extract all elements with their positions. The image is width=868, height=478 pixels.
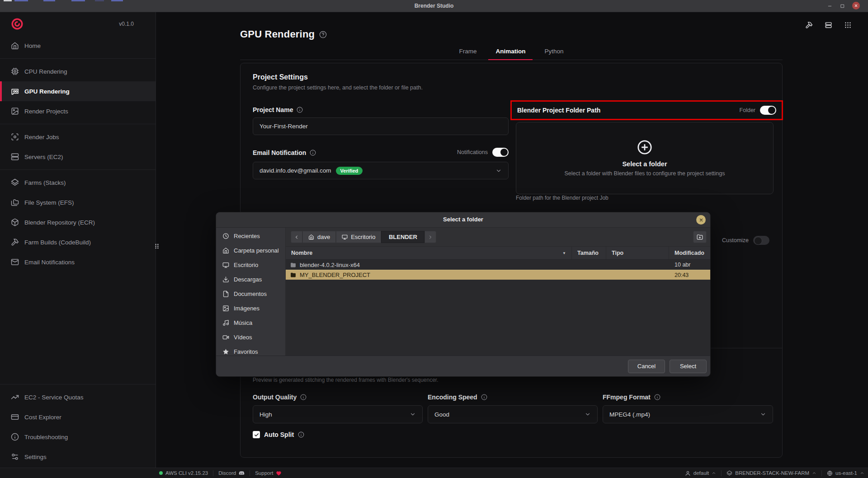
stack-name: BRENDER-STACK-NEW-FARM (735, 470, 809, 476)
check-icon (254, 432, 259, 437)
profile-name: default (693, 470, 709, 476)
statusbar-divider (821, 470, 822, 476)
notifications-switch[interactable] (492, 148, 509, 157)
file-list: blender-4.0.2-linux-x64 10 abr MY_BLENDE… (286, 260, 710, 356)
sidebar-item-label: EC2 - Service Quotas (24, 394, 84, 401)
forward-button[interactable] (425, 231, 436, 243)
aws-cli-status[interactable]: AWS CLI v2.15.23 (159, 468, 208, 478)
dialog-place-home[interactable]: Carpeta personal (216, 243, 285, 258)
home-icon (222, 247, 229, 254)
stack-selector[interactable]: BRENDER-STACK-NEW-FARM (726, 468, 816, 478)
minimize-icon (827, 4, 832, 9)
auto-split-row: Auto Split (253, 431, 304, 438)
dialog-place-pictures[interactable]: Imágenes (216, 301, 285, 315)
region-selector[interactable]: us-east-1 (827, 468, 864, 478)
breadcrumb-home[interactable]: dave (302, 231, 336, 243)
build-tools-icon[interactable] (805, 21, 813, 29)
support-link[interactable]: Support (255, 468, 282, 478)
ffmpeg-format-label: FFmpeg Format (603, 394, 660, 401)
background-window-strip (71, 0, 85, 1)
sidebar-divider (0, 169, 156, 170)
sidebar-item-label: Troubleshooting (24, 434, 68, 441)
sidebar-item-blender-repository[interactable]: Blender Repository (ECR) (0, 212, 156, 232)
apps-grid-icon[interactable] (844, 21, 852, 29)
select-folder-dialog: Select a folder Recientes Carpeta person… (216, 212, 710, 376)
background-window-strip (111, 0, 123, 1)
cpu-icon (11, 67, 19, 75)
tab-python[interactable]: Python (537, 45, 571, 60)
sidebar-item-settings[interactable]: Settings (0, 447, 156, 467)
sidebar-item-cost-explorer[interactable]: Cost Explorer (0, 407, 156, 427)
output-quality-select[interactable]: High (253, 405, 423, 423)
project-name-input[interactable] (253, 117, 509, 135)
tab-animation[interactable]: Animation (488, 45, 533, 60)
dialog-place-videos[interactable]: Vídeos (216, 330, 285, 344)
sidebar-item-farm-builds[interactable]: Farm Builds (CodeBuild) (0, 232, 156, 252)
sidebar-item-label: Blender Repository (ECR) (24, 219, 95, 226)
column-name[interactable]: Nombre ▼ (286, 247, 572, 259)
ffmpeg-format-select[interactable]: MPEG4 (.mp4) (603, 405, 773, 423)
cancel-button[interactable]: Cancel (628, 360, 665, 373)
sidebar-item-cpu-rendering[interactable]: CPU Rendering (0, 61, 156, 81)
dialog-place-desktop[interactable]: Escritorio (216, 258, 285, 272)
encoding-speed-label: Encoding Speed (428, 394, 487, 401)
dialog-file-area: dave Escritorio BLENDER Nombre ▼ Tamañ (286, 228, 710, 356)
dialog-header[interactable]: Select a folder (216, 212, 710, 228)
column-type[interactable]: Tipo (606, 247, 669, 259)
sidebar-item-service-quotas[interactable]: EC2 - Service Quotas (0, 387, 156, 407)
breadcrumb-current-folder[interactable]: BLENDER (381, 231, 425, 243)
sidebar-item-servers[interactable]: Servers (EC2) (0, 147, 156, 167)
dialog-close-button[interactable] (696, 215, 706, 225)
dialog-place-documents[interactable]: Documentos (216, 286, 285, 301)
grip-dots-icon (154, 242, 160, 250)
dialog-place-downloads[interactable]: Descargas (216, 272, 285, 286)
server-rows-icon[interactable] (825, 21, 832, 29)
monitor-icon (342, 234, 348, 240)
logo-row: v0.1.0 (0, 12, 156, 36)
encoding-speed-select[interactable]: Good (428, 405, 598, 423)
notifications-toggle-row: Notifications (439, 148, 509, 157)
close-button[interactable] (852, 2, 860, 9)
sidebar-item-label: Farms (Stacks) (24, 179, 66, 186)
maximize-button[interactable] (838, 2, 846, 10)
auto-split-checkbox[interactable] (253, 431, 260, 438)
file-row-selected[interactable]: MY_BLENDER_PROJECT 20:43 (286, 270, 710, 280)
package-icon (11, 218, 19, 226)
sidebar-drag-handle[interactable] (153, 241, 161, 251)
folder-switch[interactable] (760, 106, 776, 115)
email-select[interactable]: david.info.dev@gmail.com Verified (253, 162, 509, 179)
close-icon (854, 4, 858, 8)
help-circle-icon[interactable] (319, 31, 327, 38)
customize-switch[interactable] (753, 236, 769, 245)
profile-selector[interactable]: default (685, 468, 717, 478)
sidebar-item-render-jobs[interactable]: Render Jobs (0, 127, 156, 147)
column-size[interactable]: Tamaño (572, 247, 606, 259)
sidebar-item-label: Settings (24, 454, 47, 460)
file-row[interactable]: blender-4.0.2-linux-x64 10 abr (286, 260, 710, 270)
sidebar-item-gpu-rendering[interactable]: GPU Rendering (0, 81, 156, 101)
sidebar-item-home[interactable]: Home (0, 36, 156, 56)
chevron-right-icon (428, 234, 433, 240)
dialog-place-recents[interactable]: Recientes (216, 229, 285, 243)
new-folder-button[interactable] (693, 231, 707, 243)
email-value: david.info.dev@gmail.com (259, 167, 331, 174)
info-icon (654, 394, 660, 400)
user-icon (685, 470, 691, 476)
column-modified[interactable]: Modificado (669, 247, 710, 259)
breadcrumb-desktop[interactable]: Escritorio (336, 231, 381, 243)
sidebar-item-email-notifications[interactable]: Email Notifications (0, 252, 156, 272)
sidebar-item-troubleshooting[interactable]: Troubleshooting (0, 427, 156, 447)
info-icon (298, 431, 304, 438)
back-button[interactable] (291, 231, 302, 243)
select-button[interactable]: Select (670, 360, 707, 373)
sidebar-item-farms[interactable]: Farms (Stacks) (0, 173, 156, 192)
sidebar-item-file-system[interactable]: File System (EFS) (0, 192, 156, 212)
dialog-place-music[interactable]: Música (216, 315, 285, 330)
discord-link[interactable]: Discord (218, 468, 245, 478)
page-title-text: GPU Rendering (240, 28, 315, 40)
folder-dropzone[interactable]: Select a folder Select a folder with Ble… (516, 122, 774, 194)
sidebar-item-render-projects[interactable]: Render Projects (0, 101, 156, 121)
minimize-button[interactable] (826, 2, 834, 10)
tab-frame[interactable]: Frame (452, 45, 484, 60)
verified-badge: Verified (336, 167, 363, 175)
